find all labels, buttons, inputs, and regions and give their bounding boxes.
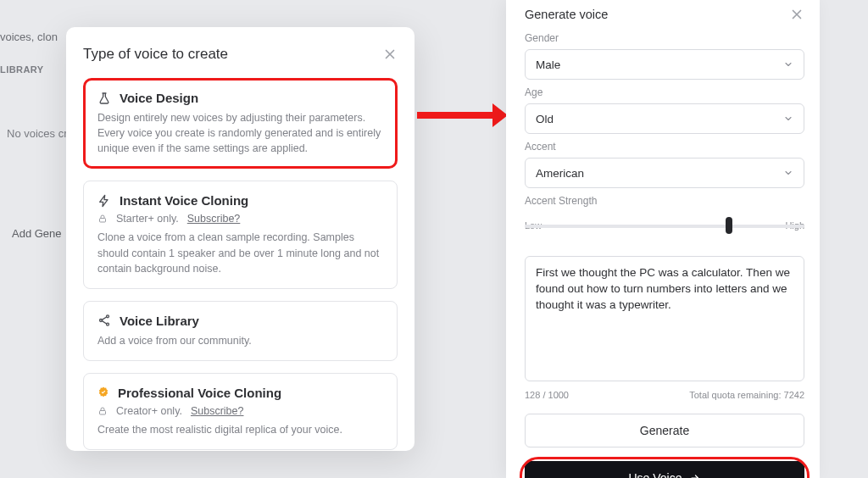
accent-label: Accent	[525, 141, 804, 153]
age-select[interactable]: Old	[525, 103, 804, 134]
plan-requirement: Creator+ only.	[116, 405, 182, 417]
flask-icon	[97, 92, 111, 105]
slider-thumb[interactable]	[726, 217, 732, 234]
char-count: 128 / 1000	[525, 390, 569, 400]
lock-icon	[97, 214, 108, 224]
accent-value: American	[536, 167, 584, 180]
voice-type-modal: Type of voice to create Voice Design Des…	[66, 27, 415, 451]
chevron-down-icon	[783, 59, 793, 69]
subscribe-link[interactable]: Subscribe?	[191, 405, 244, 417]
option-pro-clone-title: Professional Voice Cloning	[118, 386, 281, 400]
verified-badge-icon	[97, 386, 109, 398]
option-voice-design-title: Voice Design	[120, 91, 198, 105]
age-label: Age	[525, 86, 804, 98]
bg-add-gene: Add Gene	[12, 227, 62, 240]
annotation-arrow-icon	[417, 108, 506, 122]
use-voice-label: Use Voice	[628, 471, 682, 478]
arrow-right-icon	[689, 473, 701, 478]
accent-strength-slider[interactable]: Low High	[525, 220, 804, 247]
bg-text-voices: voices, clon	[0, 31, 58, 43]
panel-title: Generate voice	[525, 8, 608, 21]
lightning-icon	[97, 194, 111, 208]
accent-select[interactable]: American	[525, 158, 804, 188]
bg-no-voices: No voices cr	[7, 127, 68, 140]
svg-rect-0	[100, 219, 106, 223]
close-icon[interactable]	[382, 47, 398, 62]
option-voice-library-desc: Add a voice from our community.	[97, 333, 383, 348]
use-voice-button[interactable]: Use Voice	[525, 461, 804, 478]
gender-value: Male	[536, 58, 560, 71]
generate-button[interactable]: Generate	[525, 414, 804, 447]
option-instant-clone-title: Instant Voice Cloning	[120, 193, 248, 208]
prompt-textarea[interactable]	[525, 256, 804, 381]
bg-library-label: LIBRARY	[0, 64, 44, 75]
plan-requirement: Starter+ only.	[116, 213, 179, 225]
svg-rect-4	[100, 410, 106, 414]
chevron-down-icon	[783, 114, 793, 124]
gender-select[interactable]: Male	[525, 49, 804, 80]
gender-label: Gender	[525, 32, 804, 44]
generate-voice-panel: Generate voice Gender Male Age Old Accen…	[506, 0, 820, 478]
option-instant-clone-desc: Clone a voice from a clean sample record…	[97, 230, 383, 275]
lock-icon	[97, 406, 108, 416]
option-voice-library[interactable]: Voice Library Add a voice from our commu…	[83, 301, 398, 361]
subscribe-link[interactable]: Subscribe?	[187, 213, 241, 225]
option-pro-clone[interactable]: Professional Voice Cloning Creator+ only…	[83, 373, 398, 450]
chevron-down-icon	[783, 168, 793, 178]
option-voice-design[interactable]: Voice Design Design entirely new voices …	[83, 78, 398, 169]
quota-remaining: Total quota remaining: 7242	[689, 390, 804, 400]
option-pro-clone-desc: Create the most realistic digital replic…	[97, 422, 383, 437]
share-icon	[97, 314, 111, 327]
age-value: Old	[536, 113, 554, 125]
option-voice-design-desc: Design entirely new voices by adjusting …	[97, 110, 383, 156]
option-instant-clone[interactable]: Instant Voice Cloning Starter+ only. Sub…	[83, 181, 398, 288]
option-voice-library-title: Voice Library	[120, 314, 199, 328]
close-icon[interactable]	[789, 7, 804, 22]
modal-title: Type of voice to create	[83, 46, 228, 63]
accent-strength-label: Accent Strength	[525, 195, 804, 207]
